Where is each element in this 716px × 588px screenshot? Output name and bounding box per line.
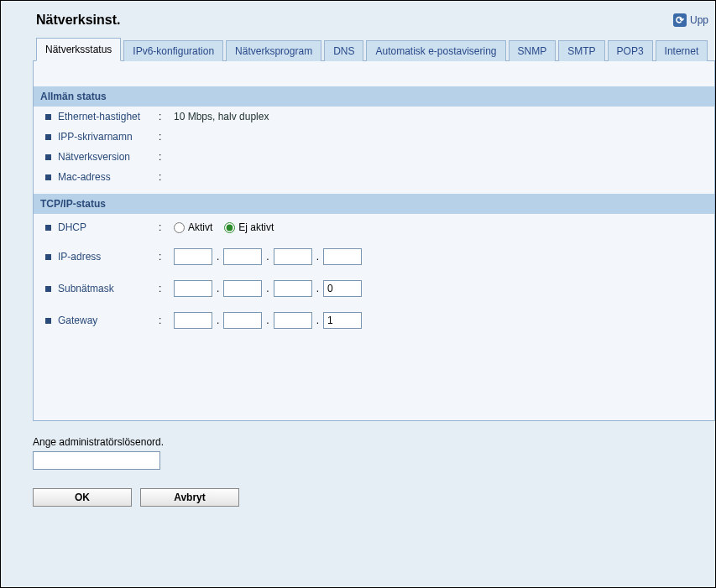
ok-button[interactable]: OK — [33, 488, 132, 507]
ip-octet-3[interactable] — [274, 248, 312, 265]
subnet-octet-3[interactable] — [274, 280, 312, 297]
dhcp-inactive-label: Ej aktivt — [238, 221, 274, 233]
net-version-label: Nätverksversion — [58, 151, 159, 163]
row-net-version: Nätverksversion : — [34, 147, 714, 167]
subnet-octet-2[interactable] — [223, 280, 262, 297]
row-ethernet-speed: Ethernet-hastighet : 10 Mbps, halv duple… — [34, 107, 714, 127]
gateway-octet-1[interactable] — [174, 312, 212, 329]
dhcp-inactive-radio[interactable] — [224, 222, 235, 233]
bullet-icon — [45, 154, 51, 160]
section-tcpip-header: TCP/IP-status — [34, 194, 714, 214]
dot: . — [264, 251, 270, 263]
bullet-icon — [45, 254, 51, 260]
row-dhcp: DHCP : Aktivt Ej aktivt — [34, 214, 714, 241]
gateway-octet-2[interactable] — [223, 312, 262, 329]
bullet-icon — [45, 286, 51, 292]
footer-area: Ange administratörslösenord. OK Avbryt — [1, 421, 715, 507]
bullet-icon — [45, 134, 51, 140]
dhcp-active-label: Aktivt — [188, 221, 212, 233]
tab-natverksprogram[interactable]: Nätverksprogram — [226, 40, 321, 61]
dot: . — [264, 283, 270, 294]
cancel-button[interactable]: Avbryt — [140, 488, 239, 507]
section-general-header: Allmän status — [34, 86, 714, 107]
bullet-icon — [45, 174, 51, 180]
row-mac: Mac-adress : — [34, 167, 714, 187]
tab-pop3[interactable]: POP3 — [608, 40, 653, 61]
ip-octet-2[interactable] — [223, 248, 262, 265]
refresh-link[interactable]: ⟳ Upp — [673, 13, 708, 27]
colon: : — [159, 151, 174, 163]
bullet-icon — [45, 114, 51, 120]
page-title: Nätverksinst. — [36, 13, 121, 28]
dhcp-inactive-option[interactable]: Ej aktivt — [224, 221, 274, 233]
subnet-octet-4[interactable] — [323, 280, 362, 297]
subnet-label: Subnätmask — [58, 283, 159, 294]
colon: : — [159, 131, 174, 143]
gateway-label: Gateway — [58, 315, 159, 326]
tab-panel: Allmän status Ethernet-hastighet : 10 Mb… — [33, 60, 715, 421]
ip-octet-1[interactable] — [174, 248, 212, 265]
tab-ipv6-konfiguration[interactable]: IPv6-konfiguration — [123, 40, 223, 61]
colon: : — [159, 171, 174, 183]
ip-octet-4[interactable] — [323, 248, 362, 265]
dot: . — [315, 251, 321, 263]
colon: : — [159, 111, 174, 122]
gateway-octet-4[interactable] — [323, 312, 362, 329]
dot: . — [264, 315, 270, 326]
row-gateway: Gateway : . . . — [34, 304, 714, 336]
mac-label: Mac-adress — [58, 171, 159, 183]
dhcp-active-option[interactable]: Aktivt — [174, 221, 212, 233]
ipp-name-label: IPP-skrivarnamn — [58, 131, 159, 143]
dhcp-label: DHCP — [58, 221, 159, 233]
tab-natverksstatus[interactable]: Nätverksstatus — [36, 38, 121, 61]
ethernet-speed-label: Ethernet-hastighet — [58, 111, 159, 122]
row-ipp-name: IPP-skrivarnamn : — [34, 127, 714, 147]
ip-label: IP-adress — [58, 251, 159, 263]
dot: . — [315, 283, 321, 294]
dot: . — [215, 315, 221, 326]
bullet-icon — [45, 318, 51, 324]
tab-smtp[interactable]: SMTP — [558, 40, 604, 61]
dhcp-active-radio[interactable] — [174, 222, 185, 233]
admin-password-input[interactable] — [33, 451, 160, 470]
gateway-octet-3[interactable] — [274, 312, 312, 329]
dot: . — [215, 251, 221, 263]
tab-bar: Nätverksstatus IPv6-konfiguration Nätver… — [1, 38, 715, 61]
colon: : — [159, 251, 174, 263]
colon: : — [159, 315, 174, 326]
tab-dns[interactable]: DNS — [324, 40, 363, 61]
dot: . — [315, 315, 321, 326]
colon: : — [159, 283, 174, 294]
refresh-icon: ⟳ — [673, 13, 687, 27]
row-subnet: Subnätmask : . . . — [34, 273, 714, 304]
tab-snmp[interactable]: SNMP — [509, 40, 557, 61]
tab-automatisk-epost[interactable]: Automatisk e-postavisering — [366, 40, 505, 61]
colon: : — [159, 221, 174, 233]
admin-password-label: Ange administratörslösenord. — [33, 436, 715, 448]
row-ip: IP-adress : . . . — [34, 241, 714, 273]
refresh-label: Upp — [690, 14, 708, 26]
subnet-octet-1[interactable] — [174, 280, 212, 297]
ethernet-speed-value: 10 Mbps, halv duplex — [174, 111, 269, 122]
bullet-icon — [45, 225, 51, 231]
dot: . — [215, 283, 221, 294]
tab-internet[interactable]: Internet — [656, 40, 708, 61]
